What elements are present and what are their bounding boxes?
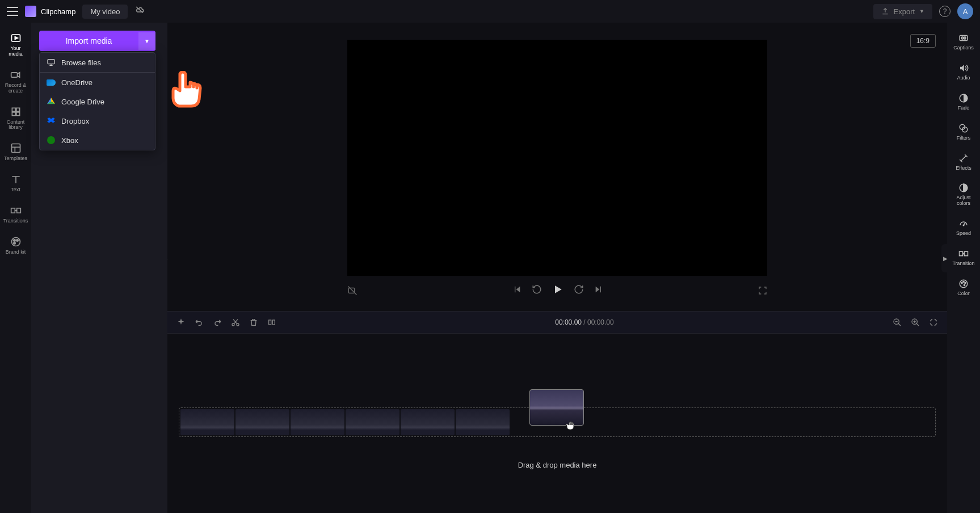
right-sidebar: CC Captions Audio Fade Filters Effects A…	[947, 23, 980, 513]
timeline-toolbar: 00:00.00 / 00:00.00	[167, 311, 947, 334]
import-media-button[interactable]: Import media ▼	[39, 31, 155, 51]
adjust-colors-icon	[958, 182, 969, 194]
right-label: Captions	[953, 45, 974, 51]
upload-icon	[881, 7, 889, 15]
svg-point-13	[11, 238, 20, 246]
cloud-sync-icon[interactable]	[134, 5, 145, 18]
dropdown-item-dropbox[interactable]: Dropbox	[40, 111, 155, 131]
next-button[interactable]	[594, 285, 603, 296]
dropdown-item-xbox[interactable]: Xbox	[40, 131, 155, 150]
right-item-effects[interactable]: Effects	[949, 149, 978, 175]
svg-point-15	[16, 239, 18, 241]
aspect-ratio-button[interactable]: 16:9	[910, 34, 936, 48]
svg-rect-28	[272, 320, 275, 325]
svg-rect-3	[11, 73, 17, 77]
svg-rect-8	[11, 144, 20, 153]
sidebar-item-text[interactable]: Text	[2, 170, 30, 196]
delete-button[interactable]	[249, 318, 258, 327]
undo-button[interactable]	[195, 318, 204, 327]
right-item-transition[interactable]: Transition	[949, 244, 978, 271]
play-button[interactable]	[552, 284, 563, 297]
redo-button[interactable]	[213, 318, 222, 327]
clipchamp-logo-icon	[25, 6, 36, 17]
library-icon	[10, 106, 22, 118]
right-item-fade[interactable]: Fade	[949, 89, 978, 115]
monitor-icon	[47, 58, 56, 67]
right-item-adjust-colors[interactable]: Adjust colors	[949, 178, 978, 211]
app-logo[interactable]: Clipchamp	[25, 6, 75, 17]
right-item-color[interactable]: Color	[949, 274, 978, 301]
sidebar-item-content-library[interactable]: Content library	[2, 102, 30, 134]
sidebar-item-record-create[interactable]: Record & create	[2, 65, 30, 98]
grab-cursor-icon	[565, 419, 578, 435]
previous-button[interactable]	[512, 285, 521, 296]
dropdown-label: Xbox	[61, 136, 78, 145]
speed-icon	[958, 218, 969, 229]
zoom-out-button[interactable]	[893, 318, 902, 327]
current-time: 00:00.00	[555, 318, 582, 326]
player-controls	[347, 276, 767, 305]
rewind-button[interactable]	[532, 284, 542, 297]
right-item-filters[interactable]: Filters	[949, 119, 978, 145]
brand-kit-icon	[10, 236, 22, 248]
svg-marker-22	[555, 285, 562, 293]
media-icon	[10, 32, 22, 44]
export-button[interactable]: Export ▼	[873, 4, 933, 19]
dropdown-item-onedrive[interactable]: OneDrive	[40, 73, 155, 92]
video-preview-canvas[interactable]	[347, 40, 767, 276]
record-icon	[10, 69, 22, 81]
sidebar-label: Content library	[3, 120, 28, 131]
sidebar-label: Transitions	[3, 218, 28, 224]
media-panel: Import media ▼ Browse files OneDrive Goo…	[31, 23, 167, 513]
onedrive-icon	[47, 78, 56, 87]
right-item-audio[interactable]: Audio	[949, 58, 978, 85]
right-label: Filters	[957, 136, 971, 141]
svg-line-33	[916, 323, 919, 326]
right-label: Fade	[958, 106, 970, 111]
sidebar-item-your-media[interactable]: Your media	[2, 28, 30, 61]
project-name-input[interactable]: My video	[82, 5, 128, 19]
svg-marker-2	[15, 37, 18, 40]
fullscreen-button[interactable]	[758, 286, 767, 295]
import-media-label[interactable]: Import media	[39, 31, 138, 51]
forward-button[interactable]	[574, 284, 584, 297]
help-button[interactable]: ?	[939, 6, 950, 17]
sidebar-item-transitions[interactable]: Transitions	[2, 201, 30, 228]
dropbox-icon	[47, 116, 56, 125]
split-button[interactable]	[267, 318, 276, 327]
preview-area: 16:9	[167, 23, 947, 311]
timeline-area[interactable]: Drag & drop media here	[167, 334, 947, 513]
right-label: Color	[957, 291, 970, 297]
cut-button[interactable]	[231, 318, 240, 327]
dropdown-item-google-drive[interactable]: Google Drive	[40, 92, 155, 111]
user-avatar[interactable]: A	[957, 3, 973, 19]
sidebar-item-templates[interactable]: Templates	[2, 138, 30, 165]
svg-rect-5	[16, 108, 19, 111]
track-placeholder	[180, 409, 234, 435]
import-dropdown-toggle[interactable]: ▼	[138, 32, 155, 50]
dropdown-item-browse-files[interactable]: Browse files	[40, 53, 155, 73]
hamburger-menu[interactable]	[7, 7, 18, 16]
fit-button[interactable]	[929, 318, 938, 327]
dropdown-label: OneDrive	[61, 78, 92, 87]
zoom-in-button[interactable]	[911, 318, 920, 327]
templates-icon	[10, 142, 22, 154]
color-icon	[958, 278, 969, 289]
sidebar-item-brand-kit[interactable]: Brand kit	[2, 232, 30, 259]
filters-icon	[958, 123, 969, 134]
right-label: Audio	[957, 75, 970, 81]
camera-off-icon[interactable]	[347, 285, 357, 296]
sidebar-label: Text	[11, 187, 20, 193]
fade-icon	[958, 92, 969, 104]
effects-icon	[958, 153, 969, 164]
left-sidebar: Your media Record & create Content libra…	[0, 23, 31, 513]
right-panel-collapse-toggle[interactable]: ▶	[941, 244, 949, 272]
svg-line-26	[233, 319, 237, 324]
right-item-captions[interactable]: CC Captions	[949, 28, 978, 55]
track-placeholder	[235, 409, 289, 435]
right-item-speed[interactable]: Speed	[949, 214, 978, 241]
svg-rect-6	[12, 112, 15, 115]
sparkle-button[interactable]	[176, 318, 186, 327]
track-placeholder	[401, 409, 455, 435]
right-label: Transition	[952, 261, 974, 267]
